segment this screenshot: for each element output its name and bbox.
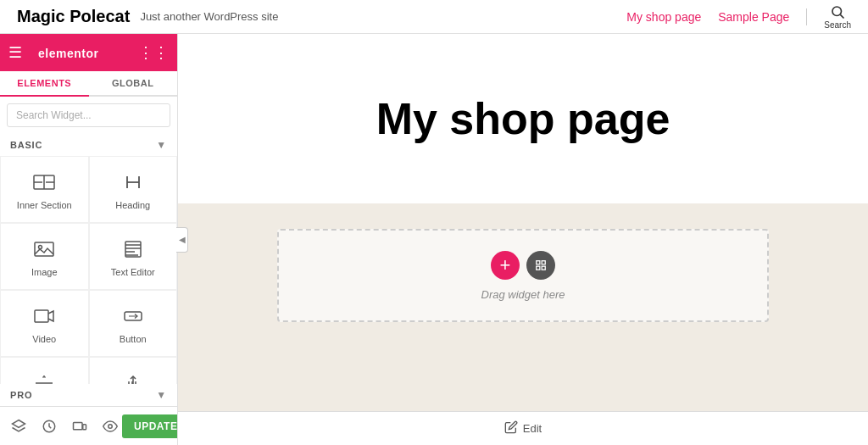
sidebar-header: ☰ elementor ⋮⋮ [0,34,177,71]
tab-global[interactable]: GLOBAL [89,71,178,95]
sidebar-tabs: ELEMENTS GLOBAL [0,71,177,97]
pro-section-title: PRO [10,390,32,400]
page-header-section: My shop page [178,34,868,203]
search-button[interactable]: Search [824,4,851,30]
svg-line-1 [841,14,844,18]
svg-rect-31 [83,424,86,429]
eye-icon[interactable] [98,414,122,438]
widget-heading-label: Heading [115,200,150,210]
widget-text-editor-label: Text Editor [111,267,155,277]
search-icon [830,4,845,19]
widget-video[interactable]: Video [0,290,89,357]
pro-section-arrow[interactable]: ▼ [156,389,167,401]
widget-grid: Inner Section Heading [0,156,177,384]
svg-rect-30 [74,422,83,429]
top-nav: My shop page Sample Page Search [626,4,851,30]
svg-rect-17 [35,310,48,322]
divider-icon [31,370,58,384]
widget-image[interactable]: Image [0,223,89,290]
edit-bar-label: Edit [523,422,542,435]
widget-text-editor[interactable]: Text Editor [89,223,178,290]
basic-section-arrow[interactable]: ▼ [156,139,167,151]
drop-zone-buttons: + [491,251,555,280]
footer-icons [7,414,122,438]
svg-text:elementor: elementor [38,47,98,60]
grid-icon[interactable]: ⋮⋮ [138,43,169,62]
top-bar: Magic Polecat Just another WordPress sit… [0,0,868,34]
collapse-handle[interactable]: ◀ [176,227,188,253]
svg-point-11 [39,246,42,249]
svg-point-32 [108,424,113,428]
inner-section-icon [31,169,58,196]
sidebar: ☰ elementor ⋮⋮ ELEMENTS GLOBAL BASIC ▼ [0,34,178,445]
tab-elements[interactable]: ELEMENTS [0,71,89,97]
edit-section-button[interactable] [526,251,555,280]
widget-divider[interactable]: Divider [0,357,89,384]
widget-button[interactable]: Button [89,290,178,357]
widget-inner-section-label: Inner Section [17,200,72,210]
elementor-logo: elementor [38,43,123,62]
widget-spacer[interactable]: Spacer [89,357,178,384]
svg-rect-33 [537,260,540,264]
svg-rect-10 [35,242,53,256]
search-label: Search [824,20,851,30]
svg-marker-28 [13,420,25,427]
svg-point-0 [832,7,842,16]
main-layout: ☰ elementor ⋮⋮ ELEMENTS GLOBAL BASIC ▼ [0,34,868,445]
layers-icon[interactable] [7,414,31,438]
sidebar-footer: UPDATE ▲ [0,406,177,445]
image-icon [31,236,58,263]
site-name: Magic Polecat [17,7,130,26]
heading-icon [120,169,147,196]
edit-bar-icon [504,420,518,437]
basic-section-title: BASIC [10,140,42,150]
button-icon [120,303,147,330]
page-content-section: + Drag widget here [178,203,868,411]
nav-link-sample[interactable]: Sample Page [718,10,789,24]
site-tagline: Just another WordPress site [140,10,278,23]
update-btn-wrap: UPDATE ▲ [122,414,178,438]
widget-heading[interactable]: Heading [89,156,178,223]
drop-zone: + Drag widget here [277,229,769,322]
nav-divider [806,8,807,25]
canvas-area: My shop page + Drag widget here [178,34,868,445]
elementor-logo-svg: elementor [38,43,123,62]
pro-section-header: PRO ▼ [0,384,177,406]
page-title: My shop page [376,93,670,144]
spacer-icon [120,370,147,384]
add-widget-button[interactable]: + [491,251,520,280]
history-icon[interactable] [37,414,61,438]
svg-rect-35 [537,266,540,270]
edit-bar: Edit [178,411,868,445]
widget-image-label: Image [31,267,58,277]
search-widget-input[interactable] [7,103,170,127]
text-editor-icon [120,236,147,263]
widget-inner-section[interactable]: Inner Section [0,156,89,223]
drop-label: Drag widget here [481,288,565,301]
hamburger-icon[interactable]: ☰ [8,43,22,62]
widget-video-label: Video [32,334,56,344]
nav-link-shop[interactable]: My shop page [626,10,701,24]
update-button[interactable]: UPDATE [122,414,178,438]
basic-section-header: BASIC ▼ [0,134,177,156]
svg-rect-34 [542,260,545,264]
widget-button-label: Button [120,334,147,344]
widget-search-area [0,97,177,134]
responsive-icon[interactable] [68,414,92,438]
video-icon [31,303,58,330]
svg-rect-36 [542,266,545,270]
